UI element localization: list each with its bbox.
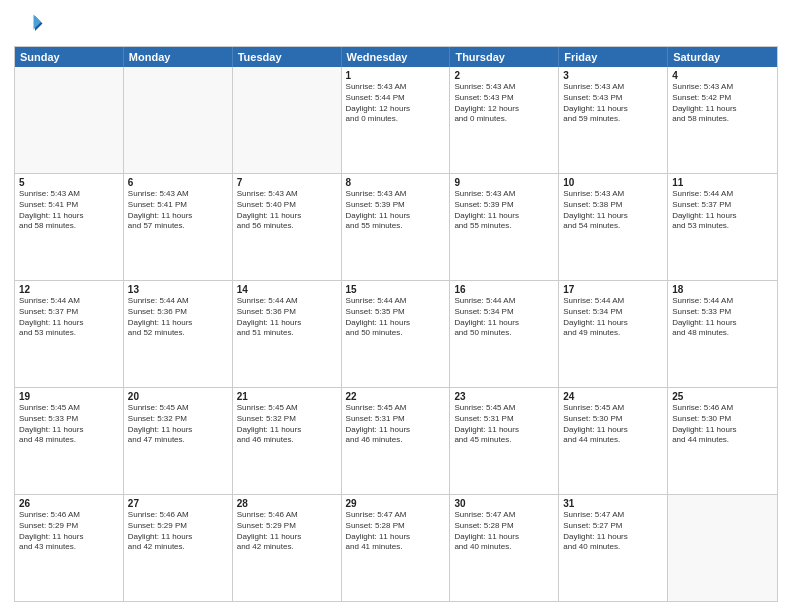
cell-content: Sunrise: 5:43 AM Sunset: 5:43 PM Dayligh… bbox=[563, 82, 663, 125]
calendar-cell: 19Sunrise: 5:45 AM Sunset: 5:33 PM Dayli… bbox=[15, 388, 124, 494]
header-cell-wednesday: Wednesday bbox=[342, 47, 451, 67]
calendar-cell: 23Sunrise: 5:45 AM Sunset: 5:31 PM Dayli… bbox=[450, 388, 559, 494]
calendar-body: 1Sunrise: 5:43 AM Sunset: 5:44 PM Daylig… bbox=[15, 67, 777, 601]
calendar-cell: 30Sunrise: 5:47 AM Sunset: 5:28 PM Dayli… bbox=[450, 495, 559, 601]
calendar-cell: 15Sunrise: 5:44 AM Sunset: 5:35 PM Dayli… bbox=[342, 281, 451, 387]
day-number: 30 bbox=[454, 498, 554, 509]
cell-content: Sunrise: 5:44 AM Sunset: 5:34 PM Dayligh… bbox=[454, 296, 554, 339]
day-number: 20 bbox=[128, 391, 228, 402]
calendar-cell: 31Sunrise: 5:47 AM Sunset: 5:27 PM Dayli… bbox=[559, 495, 668, 601]
logo bbox=[14, 10, 46, 40]
calendar-cell: 12Sunrise: 5:44 AM Sunset: 5:37 PM Dayli… bbox=[15, 281, 124, 387]
calendar-cell bbox=[124, 67, 233, 173]
calendar-cell: 14Sunrise: 5:44 AM Sunset: 5:36 PM Dayli… bbox=[233, 281, 342, 387]
cell-content: Sunrise: 5:43 AM Sunset: 5:39 PM Dayligh… bbox=[454, 189, 554, 232]
calendar-cell: 18Sunrise: 5:44 AM Sunset: 5:33 PM Dayli… bbox=[668, 281, 777, 387]
day-number: 10 bbox=[563, 177, 663, 188]
day-number: 18 bbox=[672, 284, 773, 295]
day-number: 16 bbox=[454, 284, 554, 295]
cell-content: Sunrise: 5:43 AM Sunset: 5:41 PM Dayligh… bbox=[19, 189, 119, 232]
day-number: 25 bbox=[672, 391, 773, 402]
day-number: 21 bbox=[237, 391, 337, 402]
day-number: 26 bbox=[19, 498, 119, 509]
cell-content: Sunrise: 5:46 AM Sunset: 5:30 PM Dayligh… bbox=[672, 403, 773, 446]
calendar-cell: 25Sunrise: 5:46 AM Sunset: 5:30 PM Dayli… bbox=[668, 388, 777, 494]
cell-content: Sunrise: 5:45 AM Sunset: 5:33 PM Dayligh… bbox=[19, 403, 119, 446]
calendar-cell: 10Sunrise: 5:43 AM Sunset: 5:38 PM Dayli… bbox=[559, 174, 668, 280]
day-number: 14 bbox=[237, 284, 337, 295]
day-number: 29 bbox=[346, 498, 446, 509]
day-number: 3 bbox=[563, 70, 663, 81]
day-number: 19 bbox=[19, 391, 119, 402]
day-number: 11 bbox=[672, 177, 773, 188]
page: SundayMondayTuesdayWednesdayThursdayFrid… bbox=[0, 0, 792, 612]
cell-content: Sunrise: 5:47 AM Sunset: 5:28 PM Dayligh… bbox=[346, 510, 446, 553]
calendar-row-3: 12Sunrise: 5:44 AM Sunset: 5:37 PM Dayli… bbox=[15, 280, 777, 387]
calendar-cell: 29Sunrise: 5:47 AM Sunset: 5:28 PM Dayli… bbox=[342, 495, 451, 601]
calendar-cell bbox=[15, 67, 124, 173]
header-cell-thursday: Thursday bbox=[450, 47, 559, 67]
cell-content: Sunrise: 5:46 AM Sunset: 5:29 PM Dayligh… bbox=[237, 510, 337, 553]
cell-content: Sunrise: 5:45 AM Sunset: 5:31 PM Dayligh… bbox=[454, 403, 554, 446]
cell-content: Sunrise: 5:45 AM Sunset: 5:31 PM Dayligh… bbox=[346, 403, 446, 446]
cell-content: Sunrise: 5:43 AM Sunset: 5:39 PM Dayligh… bbox=[346, 189, 446, 232]
calendar-cell bbox=[668, 495, 777, 601]
calendar-cell: 21Sunrise: 5:45 AM Sunset: 5:32 PM Dayli… bbox=[233, 388, 342, 494]
calendar-cell: 5Sunrise: 5:43 AM Sunset: 5:41 PM Daylig… bbox=[15, 174, 124, 280]
cell-content: Sunrise: 5:46 AM Sunset: 5:29 PM Dayligh… bbox=[19, 510, 119, 553]
cell-content: Sunrise: 5:45 AM Sunset: 5:30 PM Dayligh… bbox=[563, 403, 663, 446]
calendar-cell: 26Sunrise: 5:46 AM Sunset: 5:29 PM Dayli… bbox=[15, 495, 124, 601]
calendar-row-4: 19Sunrise: 5:45 AM Sunset: 5:33 PM Dayli… bbox=[15, 387, 777, 494]
day-number: 15 bbox=[346, 284, 446, 295]
calendar-cell: 13Sunrise: 5:44 AM Sunset: 5:36 PM Dayli… bbox=[124, 281, 233, 387]
cell-content: Sunrise: 5:44 AM Sunset: 5:37 PM Dayligh… bbox=[672, 189, 773, 232]
calendar-cell: 9Sunrise: 5:43 AM Sunset: 5:39 PM Daylig… bbox=[450, 174, 559, 280]
cell-content: Sunrise: 5:43 AM Sunset: 5:38 PM Dayligh… bbox=[563, 189, 663, 232]
cell-content: Sunrise: 5:44 AM Sunset: 5:37 PM Dayligh… bbox=[19, 296, 119, 339]
day-number: 23 bbox=[454, 391, 554, 402]
cell-content: Sunrise: 5:44 AM Sunset: 5:33 PM Dayligh… bbox=[672, 296, 773, 339]
day-number: 31 bbox=[563, 498, 663, 509]
calendar-cell: 8Sunrise: 5:43 AM Sunset: 5:39 PM Daylig… bbox=[342, 174, 451, 280]
calendar-cell: 4Sunrise: 5:43 AM Sunset: 5:42 PM Daylig… bbox=[668, 67, 777, 173]
day-number: 1 bbox=[346, 70, 446, 81]
cell-content: Sunrise: 5:44 AM Sunset: 5:35 PM Dayligh… bbox=[346, 296, 446, 339]
day-number: 12 bbox=[19, 284, 119, 295]
header bbox=[14, 10, 778, 40]
day-number: 2 bbox=[454, 70, 554, 81]
calendar-cell: 24Sunrise: 5:45 AM Sunset: 5:30 PM Dayli… bbox=[559, 388, 668, 494]
day-number: 4 bbox=[672, 70, 773, 81]
day-number: 6 bbox=[128, 177, 228, 188]
calendar-cell: 20Sunrise: 5:45 AM Sunset: 5:32 PM Dayli… bbox=[124, 388, 233, 494]
calendar-cell: 7Sunrise: 5:43 AM Sunset: 5:40 PM Daylig… bbox=[233, 174, 342, 280]
calendar-cell: 28Sunrise: 5:46 AM Sunset: 5:29 PM Dayli… bbox=[233, 495, 342, 601]
header-cell-sunday: Sunday bbox=[15, 47, 124, 67]
day-number: 22 bbox=[346, 391, 446, 402]
calendar-cell: 1Sunrise: 5:43 AM Sunset: 5:44 PM Daylig… bbox=[342, 67, 451, 173]
cell-content: Sunrise: 5:43 AM Sunset: 5:42 PM Dayligh… bbox=[672, 82, 773, 125]
day-number: 9 bbox=[454, 177, 554, 188]
cell-content: Sunrise: 5:47 AM Sunset: 5:28 PM Dayligh… bbox=[454, 510, 554, 553]
cell-content: Sunrise: 5:43 AM Sunset: 5:44 PM Dayligh… bbox=[346, 82, 446, 125]
calendar: SundayMondayTuesdayWednesdayThursdayFrid… bbox=[14, 46, 778, 602]
cell-content: Sunrise: 5:46 AM Sunset: 5:29 PM Dayligh… bbox=[128, 510, 228, 553]
calendar-cell: 2Sunrise: 5:43 AM Sunset: 5:43 PM Daylig… bbox=[450, 67, 559, 173]
cell-content: Sunrise: 5:43 AM Sunset: 5:43 PM Dayligh… bbox=[454, 82, 554, 125]
day-number: 24 bbox=[563, 391, 663, 402]
header-cell-friday: Friday bbox=[559, 47, 668, 67]
day-number: 27 bbox=[128, 498, 228, 509]
cell-content: Sunrise: 5:45 AM Sunset: 5:32 PM Dayligh… bbox=[128, 403, 228, 446]
day-number: 28 bbox=[237, 498, 337, 509]
day-number: 17 bbox=[563, 284, 663, 295]
cell-content: Sunrise: 5:44 AM Sunset: 5:36 PM Dayligh… bbox=[128, 296, 228, 339]
cell-content: Sunrise: 5:44 AM Sunset: 5:36 PM Dayligh… bbox=[237, 296, 337, 339]
day-number: 7 bbox=[237, 177, 337, 188]
cell-content: Sunrise: 5:45 AM Sunset: 5:32 PM Dayligh… bbox=[237, 403, 337, 446]
calendar-cell: 22Sunrise: 5:45 AM Sunset: 5:31 PM Dayli… bbox=[342, 388, 451, 494]
calendar-row-1: 1Sunrise: 5:43 AM Sunset: 5:44 PM Daylig… bbox=[15, 67, 777, 173]
cell-content: Sunrise: 5:44 AM Sunset: 5:34 PM Dayligh… bbox=[563, 296, 663, 339]
cell-content: Sunrise: 5:43 AM Sunset: 5:41 PM Dayligh… bbox=[128, 189, 228, 232]
cell-content: Sunrise: 5:47 AM Sunset: 5:27 PM Dayligh… bbox=[563, 510, 663, 553]
calendar-cell: 6Sunrise: 5:43 AM Sunset: 5:41 PM Daylig… bbox=[124, 174, 233, 280]
logo-icon bbox=[14, 10, 44, 40]
